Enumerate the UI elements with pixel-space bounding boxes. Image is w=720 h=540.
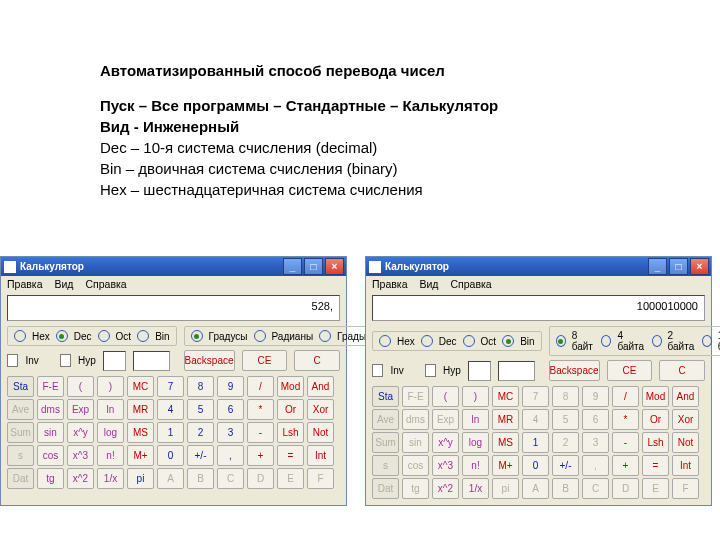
k-or[interactable]: Or (642, 409, 669, 430)
k-and[interactable]: And (672, 386, 699, 407)
k-3[interactable]: 3 (582, 432, 609, 453)
k-not[interactable]: Not (672, 432, 699, 453)
k-9[interactable]: 9 (582, 386, 609, 407)
k-lsh[interactable]: Lsh (642, 432, 669, 453)
k-sta[interactable]: Sta (372, 386, 399, 407)
k-nf[interactable]: n! (462, 455, 489, 476)
maximize-button[interactable]: □ (304, 258, 323, 275)
menu-view[interactable]: Вид (419, 278, 438, 290)
k-dms[interactable]: dms (37, 399, 64, 420)
k-ave[interactable]: Ave (372, 409, 399, 430)
k-3[interactable]: 3 (217, 422, 244, 443)
k-xy[interactable]: x^y (67, 422, 94, 443)
k-7[interactable]: 7 (522, 386, 549, 407)
k-d[interactable]: D (247, 468, 274, 489)
k-d[interactable]: D (612, 478, 639, 499)
k-sin[interactable]: sin (402, 432, 429, 453)
k-mc[interactable]: MC (127, 376, 154, 397)
k-8[interactable]: 8 (187, 376, 214, 397)
k-add[interactable]: + (612, 455, 639, 476)
radio-grad[interactable] (319, 330, 331, 342)
k-a[interactable]: A (522, 478, 549, 499)
k-x3[interactable]: x^3 (67, 445, 94, 466)
k-6[interactable]: 6 (582, 409, 609, 430)
titlebar[interactable]: Калькулятор _ □ × (366, 257, 711, 276)
k-7[interactable]: 7 (157, 376, 184, 397)
check-hyp[interactable] (425, 364, 436, 377)
k-dot[interactable]: , (582, 455, 609, 476)
menu-help[interactable]: Справка (85, 278, 126, 290)
k-div[interactable]: / (247, 376, 274, 397)
k-ave[interactable]: Ave (7, 399, 34, 420)
titlebar[interactable]: Калькулятор _ □ × (1, 257, 346, 276)
k-x2[interactable]: x^2 (432, 478, 459, 499)
k-cos[interactable]: cos (402, 455, 429, 476)
k-exp[interactable]: Exp (432, 409, 459, 430)
minimize-button[interactable]: _ (648, 258, 667, 275)
k-f[interactable]: F (307, 468, 334, 489)
radio-oct[interactable] (98, 330, 110, 342)
k-sub[interactable]: - (247, 422, 274, 443)
radio-1byte[interactable] (702, 335, 712, 347)
k-mr[interactable]: MR (492, 409, 519, 430)
k-4[interactable]: 4 (522, 409, 549, 430)
menu-view[interactable]: Вид (54, 278, 73, 290)
k-pm[interactable]: +/- (552, 455, 579, 476)
k-0[interactable]: 0 (157, 445, 184, 466)
k-pm[interactable]: +/- (187, 445, 214, 466)
k-x3[interactable]: x^3 (432, 455, 459, 476)
k-exp[interactable]: Exp (67, 399, 94, 420)
k-b[interactable]: B (552, 478, 579, 499)
menu-help[interactable]: Справка (450, 278, 491, 290)
k-tg[interactable]: tg (37, 468, 64, 489)
check-inv[interactable] (7, 354, 18, 367)
c-button[interactable]: C (294, 350, 340, 371)
k-and[interactable]: And (307, 376, 334, 397)
k-rp[interactable]: ) (97, 376, 124, 397)
k-lp[interactable]: ( (432, 386, 459, 407)
k-mr[interactable]: MR (127, 399, 154, 420)
maximize-button[interactable]: □ (669, 258, 688, 275)
backspace-button[interactable]: Backspace (549, 360, 600, 381)
k-ms[interactable]: MS (127, 422, 154, 443)
k-sum[interactable]: Sum (372, 432, 399, 453)
minimize-button[interactable]: _ (283, 258, 302, 275)
k-mp[interactable]: M+ (127, 445, 154, 466)
k-sub[interactable]: - (612, 432, 639, 453)
k-1x[interactable]: 1/x (462, 478, 489, 499)
close-button[interactable]: × (690, 258, 709, 275)
k-x2[interactable]: x^2 (67, 468, 94, 489)
k-sum[interactable]: Sum (7, 422, 34, 443)
k-cos[interactable]: cos (37, 445, 64, 466)
k-mp[interactable]: M+ (492, 455, 519, 476)
k-lsh[interactable]: Lsh (277, 422, 304, 443)
k-pi[interactable]: pi (492, 478, 519, 499)
radio-dec[interactable] (421, 335, 433, 347)
radio-2byte[interactable] (652, 335, 662, 347)
radio-deg[interactable] (191, 330, 203, 342)
k-div[interactable]: / (612, 386, 639, 407)
check-inv[interactable] (372, 364, 383, 377)
k-dat[interactable]: Dat (7, 468, 34, 489)
k-mod[interactable]: Mod (642, 386, 669, 407)
radio-bin[interactable] (502, 335, 514, 347)
radio-hex[interactable] (14, 330, 26, 342)
backspace-button[interactable]: Backspace (184, 350, 235, 371)
menu-edit[interactable]: Правка (7, 278, 42, 290)
k-dat[interactable]: Dat (372, 478, 399, 499)
k-2[interactable]: 2 (552, 432, 579, 453)
k-5[interactable]: 5 (552, 409, 579, 430)
k-int[interactable]: Int (307, 445, 334, 466)
k-lp[interactable]: ( (67, 376, 94, 397)
k-xor[interactable]: Xor (672, 409, 699, 430)
k-pi[interactable]: pi (127, 468, 154, 489)
k-ms[interactable]: MS (492, 432, 519, 453)
k-sin[interactable]: sin (37, 422, 64, 443)
k-ln[interactable]: ln (97, 399, 124, 420)
k-c[interactable]: C (217, 468, 244, 489)
k-5[interactable]: 5 (187, 399, 214, 420)
k-mul[interactable]: * (612, 409, 639, 430)
k-1[interactable]: 1 (157, 422, 184, 443)
radio-oct[interactable] (463, 335, 475, 347)
k-mod[interactable]: Mod (277, 376, 304, 397)
